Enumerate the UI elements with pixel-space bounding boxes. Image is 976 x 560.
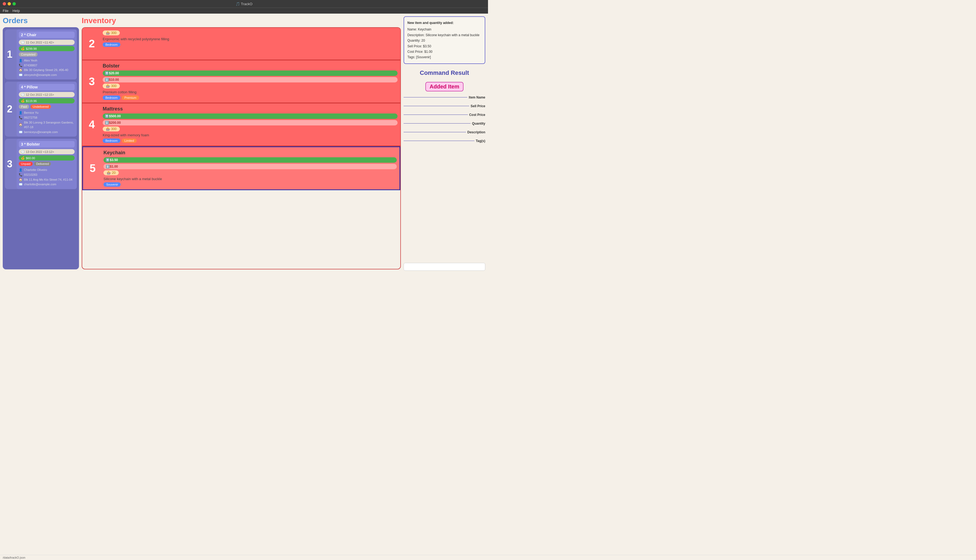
order-title-3: 3 * Bolster (19, 141, 75, 147)
ann-line-qty (404, 123, 471, 123)
command-input-area (404, 263, 485, 271)
ann-tags: Tag(s) (404, 139, 485, 143)
inv-desc-3: Premium cotton filling (103, 90, 398, 94)
right-panel: New item and quantity added: Name: Keych… (404, 16, 485, 271)
inv-item-2: 2 🎰 300 Ergonomic with recycled polystyr… (82, 28, 400, 60)
titlebar: 🎵 TrackO (0, 0, 488, 8)
inv-num-5: 5 (83, 147, 102, 189)
order-info-3: 👤Charlotte Oliveiro 📞93210283 🏠Blk 11 An… (19, 168, 75, 187)
command-input[interactable] (404, 263, 485, 271)
inv-cost-row-5: ⬇️$1.00 (104, 164, 397, 169)
added-item-label: Added Item (425, 82, 464, 92)
inv-content-5: Keychain ⬆️$3.50 ⬇️$1.00 🎰 20 S (102, 147, 399, 189)
inv-desc-5: Silicone keychain with a metal buckle (104, 177, 397, 181)
inv-sell-bar-3: ⬆️$20.00 (103, 70, 398, 76)
order-title-2: 4 * Pillow (19, 84, 75, 90)
tag-premium-3: Premium (122, 95, 139, 100)
inv-content-3: Bolster ⬆️$20.00 ⬇️$10.00 🎰 300 (101, 60, 400, 103)
order-info-2: 👤Bernice Yu 📞99272758 🏠Blk 30 Lorong 3 S… (19, 110, 75, 134)
inv-sell-bar-5: ⬆️$3.50 (104, 157, 397, 163)
order-amount-1: 💰$299.98 (19, 46, 75, 51)
inv-tags-5: Souvenir (104, 182, 397, 187)
order-title-1: 2 * Chair (19, 32, 75, 38)
inv-item-3: 3 Bolster ⬆️$20.00 ⬇️$10.00 🎰 300 (82, 60, 400, 103)
status-paid: Paid (19, 105, 29, 109)
order-content-1: 2 * Chair 🕐11 Oct 2022 <11:42> 💰$299.98 … (17, 29, 77, 80)
order-number-3: 3 (5, 139, 15, 189)
inv-cost-row-4: ⬇️$200.00 (103, 120, 398, 125)
inv-name-5: Keychain (104, 150, 397, 156)
inv-tags-4: Bedroom Limited (103, 138, 398, 143)
command-result-box: New item and quantity added: Name: Keych… (404, 16, 485, 64)
maximize-button[interactable] (13, 2, 16, 5)
ann-label-sell: Sell Price (471, 104, 485, 108)
inventory-title: Inventory (82, 16, 401, 25)
tag-limited-4: Limited (122, 138, 137, 143)
status-delivered: Delivered (34, 162, 51, 166)
tag-souvenir-5: Souvenir (104, 182, 120, 187)
order-card-3[interactable]: 3 3 * Bolster 🕐13 Oct 2022 <13:12> 💰$60.… (5, 139, 77, 189)
order-content-3: 3 * Bolster 🕐13 Oct 2022 <13:12> 💰$60.00… (17, 139, 77, 189)
ann-label-name: Item Name (469, 95, 485, 99)
order-status-row-1: Completed (19, 52, 75, 57)
tag-bedroom-3: Bedroom (103, 95, 120, 100)
ann-description: Description (404, 130, 485, 134)
cr-line-3: Sell Price: $3.50 (408, 43, 481, 49)
order-info-1: 👤Alex Yeoh 📞87438807 🏠Blk 30 Geylang Str… (19, 58, 75, 77)
cr-line-1: Description: Silicone keychain with a me… (408, 32, 481, 38)
added-item-area: Added Item Item Name Sell Price Cost Pri… (404, 82, 485, 145)
inv-qty-badge-2: 🎰 300 (103, 30, 120, 35)
ann-sell-price: Sell Price (404, 104, 485, 108)
menu-help[interactable]: Help (13, 9, 20, 13)
inv-sell-bar-4: ⬆️$500.00 (103, 113, 398, 119)
cr-info-title: New item and quantity added: (408, 20, 481, 26)
order-card-1[interactable]: 1 2 * Chair 🕐11 Oct 2022 <11:42> 💰$299.9… (5, 29, 77, 80)
order-date-2: 🕐12 Oct 2022 <12:15> (19, 92, 75, 97)
inv-sell-row-4: ⬆️$500.00 (103, 113, 398, 119)
inv-num-2: 2 (82, 28, 101, 60)
inv-sell-row-5: ⬆️$3.50 (104, 157, 397, 163)
minimize-button[interactable] (8, 2, 11, 5)
order-status-row-2: Paid Undelivered (19, 105, 75, 109)
inv-qty-5: 🎰 20 (104, 170, 119, 175)
inv-num-3: 3 (82, 60, 101, 103)
order-content-2: 4 * Pillow 🕐12 Oct 2022 <12:15> 💰$119.96… (17, 82, 77, 137)
app-title: 🎵 TrackO (236, 2, 252, 6)
order-number-2: 2 (5, 82, 15, 137)
inv-cost-bar-5: ⬇️$1.00 (104, 164, 397, 169)
inv-cost-bar-4: ⬇️$200.00 (103, 120, 398, 125)
orders-list: 1 2 * Chair 🕐11 Oct 2022 <11:42> 💰$299.9… (3, 27, 79, 269)
main-content: Orders 1 2 * Chair 🕐11 Oct 2022 <11:42> … (0, 13, 488, 273)
inv-num-4: 4 (82, 103, 101, 146)
cr-line-0: Name: Keychain (408, 27, 481, 32)
inv-item-4: 4 Mattress ⬆️$500.00 ⬇️$200.00 🎰 (82, 103, 400, 147)
ann-cost-price: Cost Price (404, 113, 485, 117)
tag-bedroom-2: Bedroom (103, 42, 120, 47)
ann-item-name: Item Name (404, 95, 485, 99)
ann-quantity: Quantity (404, 122, 485, 125)
inv-qty-4: 🎰 300 (103, 127, 120, 132)
inventory-panel: Inventory 2 🎰 300 Ergonomic with recycle… (82, 16, 401, 271)
close-button[interactable] (3, 2, 6, 5)
order-date-3: 🕐13 Oct 2022 <13:12> (19, 149, 75, 154)
tag-bedroom-4: Bedroom (103, 138, 120, 143)
menu-file[interactable]: File (3, 9, 8, 13)
inv-content-4: Mattress ⬆️$500.00 ⬇️$200.00 🎰 300 (101, 103, 400, 146)
inv-desc-2: Ergonomic with recycled polystyrene fill… (103, 37, 398, 41)
status-completed: Completed (19, 52, 38, 57)
orders-panel: Orders 1 2 * Chair 🕐11 Oct 2022 <11:42> … (3, 16, 79, 271)
ann-label-qty: Quantity (472, 122, 485, 125)
cr-line-2: Quantity: 20 (408, 38, 481, 43)
inv-cost-row-3: ⬇️$10.00 (103, 77, 398, 82)
order-card-2[interactable]: 2 4 * Pillow 🕐12 Oct 2022 <12:15> 💰$119.… (5, 82, 77, 137)
inv-sell-row-3: ⬆️$20.00 (103, 70, 398, 76)
ann-line-cost (404, 115, 468, 115)
status-undelivered: Undelivered (30, 105, 51, 109)
ann-line-sell (404, 106, 469, 106)
inv-name-4: Mattress (103, 106, 398, 112)
inv-qty-3: 🎰 300 (103, 83, 120, 88)
order-status-row-3: Unpaid Delivered (19, 162, 75, 166)
order-date-1: 🕐11 Oct 2022 <11:42> (19, 40, 75, 45)
ann-label-tags: Tag(s) (476, 139, 485, 143)
inv-cost-bar-3: ⬇️$10.00 (103, 77, 398, 82)
